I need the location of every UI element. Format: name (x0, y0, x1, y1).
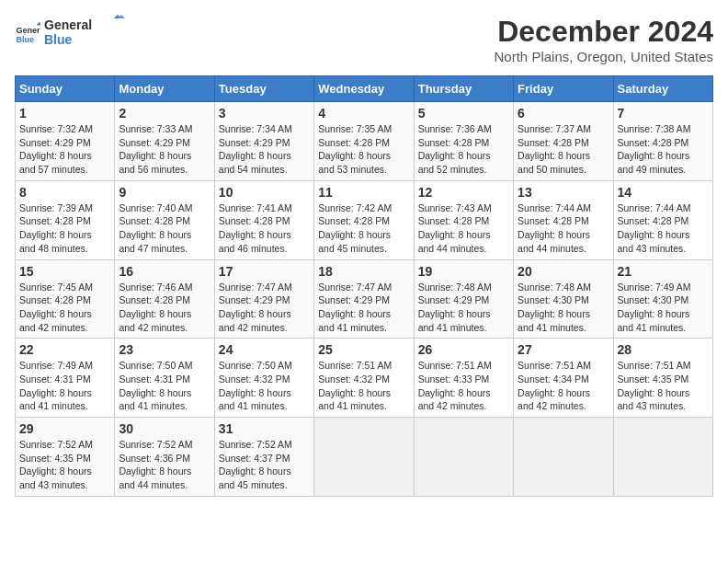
calendar-cell: 21Sunrise: 7:49 AMSunset: 4:30 PMDayligh… (613, 259, 712, 339)
col-header-sunday: Sunday (16, 76, 115, 102)
calendar-cell (613, 418, 712, 497)
day-number: 31 (219, 421, 310, 436)
calendar-cell (514, 418, 613, 497)
svg-text:Blue: Blue (16, 35, 34, 44)
header-row: SundayMondayTuesdayWednesdayThursdayFrid… (16, 76, 713, 102)
calendar-cell: 10Sunrise: 7:41 AMSunset: 4:28 PMDayligh… (214, 180, 313, 259)
calendar-cell: 9Sunrise: 7:40 AMSunset: 4:28 PMDaylight… (115, 180, 214, 259)
day-info: Sunrise: 7:51 AMSunset: 4:33 PMDaylight:… (418, 359, 509, 413)
calendar-cell: 8Sunrise: 7:39 AMSunset: 4:28 PMDaylight… (16, 180, 115, 259)
col-header-thursday: Thursday (414, 76, 513, 102)
day-number: 5 (418, 106, 509, 121)
day-info: Sunrise: 7:50 AMSunset: 4:31 PMDaylight:… (119, 359, 210, 413)
day-number: 19 (418, 264, 509, 279)
title-area: December 2024 North Plains, Oregon, Unit… (495, 15, 713, 64)
calendar-cell: 28Sunrise: 7:51 AMSunset: 4:35 PMDayligh… (613, 339, 712, 418)
day-number: 8 (19, 185, 110, 200)
day-info: Sunrise: 7:52 AMSunset: 4:36 PMDaylight:… (119, 438, 210, 492)
calendar-cell: 29Sunrise: 7:52 AMSunset: 4:35 PMDayligh… (16, 418, 115, 497)
day-info: Sunrise: 7:47 AMSunset: 4:29 PMDaylight:… (219, 281, 310, 335)
calendar-cell: 2Sunrise: 7:33 AMSunset: 4:29 PMDaylight… (115, 102, 214, 181)
col-header-tuesday: Tuesday (214, 76, 313, 102)
day-info: Sunrise: 7:51 AMSunset: 4:32 PMDaylight:… (318, 359, 409, 413)
col-header-wednesday: Wednesday (314, 76, 414, 102)
calendar-cell: 11Sunrise: 7:42 AMSunset: 4:28 PMDayligh… (314, 180, 414, 259)
calendar-cell: 31Sunrise: 7:52 AMSunset: 4:37 PMDayligh… (214, 418, 313, 497)
calendar-cell: 16Sunrise: 7:46 AMSunset: 4:28 PMDayligh… (115, 259, 214, 339)
svg-text:Blue: Blue (44, 32, 73, 47)
calendar-week-4: 22Sunrise: 7:49 AMSunset: 4:31 PMDayligh… (16, 339, 713, 418)
day-info: Sunrise: 7:49 AMSunset: 4:31 PMDaylight:… (19, 359, 110, 413)
day-number: 2 (119, 106, 210, 121)
day-number: 6 (518, 106, 609, 121)
calendar-cell: 25Sunrise: 7:51 AMSunset: 4:32 PMDayligh… (314, 339, 414, 418)
day-number: 16 (119, 264, 210, 279)
day-info: Sunrise: 7:49 AMSunset: 4:30 PMDaylight:… (618, 281, 709, 335)
day-number: 29 (19, 421, 110, 436)
calendar-cell (314, 418, 414, 497)
day-info: Sunrise: 7:45 AMSunset: 4:28 PMDaylight:… (19, 281, 110, 335)
calendar-cell: 18Sunrise: 7:47 AMSunset: 4:29 PMDayligh… (314, 259, 414, 339)
day-info: Sunrise: 7:38 AMSunset: 4:28 PMDaylight:… (618, 122, 709, 177)
day-info: Sunrise: 7:41 AMSunset: 4:28 PMDaylight:… (219, 201, 310, 256)
day-number: 17 (219, 264, 310, 279)
calendar-cell: 17Sunrise: 7:47 AMSunset: 4:29 PMDayligh… (214, 259, 313, 339)
calendar-week-5: 29Sunrise: 7:52 AMSunset: 4:35 PMDayligh… (16, 418, 713, 497)
svg-text:General: General (16, 26, 40, 35)
day-info: Sunrise: 7:33 AMSunset: 4:29 PMDaylight:… (119, 122, 210, 177)
calendar-cell: 22Sunrise: 7:49 AMSunset: 4:31 PMDayligh… (16, 339, 115, 418)
calendar-table: SundayMondayTuesdayWednesdayThursdayFrid… (15, 75, 713, 497)
calendar-cell: 1Sunrise: 7:32 AMSunset: 4:29 PMDaylight… (16, 102, 115, 181)
calendar-cell: 26Sunrise: 7:51 AMSunset: 4:33 PMDayligh… (414, 339, 513, 418)
calendar-cell: 20Sunrise: 7:48 AMSunset: 4:30 PMDayligh… (514, 259, 613, 339)
logo-icon: General Blue (15, 20, 40, 46)
calendar-cell (414, 418, 513, 497)
calendar-cell: 7Sunrise: 7:38 AMSunset: 4:28 PMDaylight… (613, 102, 712, 181)
day-info: Sunrise: 7:52 AMSunset: 4:35 PMDaylight:… (19, 438, 110, 492)
day-info: Sunrise: 7:44 AMSunset: 4:28 PMDaylight:… (618, 201, 709, 256)
calendar-cell: 4Sunrise: 7:35 AMSunset: 4:28 PMDaylight… (314, 102, 414, 181)
day-info: Sunrise: 7:52 AMSunset: 4:37 PMDaylight:… (219, 438, 310, 492)
col-header-saturday: Saturday (613, 76, 712, 102)
day-number: 20 (518, 264, 609, 279)
calendar-cell: 12Sunrise: 7:43 AMSunset: 4:28 PMDayligh… (414, 180, 513, 259)
day-info: Sunrise: 7:39 AMSunset: 4:28 PMDaylight:… (19, 201, 110, 256)
calendar-week-3: 15Sunrise: 7:45 AMSunset: 4:28 PMDayligh… (16, 259, 713, 339)
day-number: 13 (518, 185, 609, 200)
day-number: 10 (219, 185, 310, 200)
day-number: 11 (318, 185, 409, 200)
logo: General Blue General Blue (15, 15, 127, 52)
day-info: Sunrise: 7:43 AMSunset: 4:28 PMDaylight:… (418, 201, 509, 256)
day-info: Sunrise: 7:47 AMSunset: 4:29 PMDaylight:… (318, 281, 409, 335)
day-info: Sunrise: 7:46 AMSunset: 4:28 PMDaylight:… (119, 281, 210, 335)
day-info: Sunrise: 7:37 AMSunset: 4:28 PMDaylight:… (518, 122, 609, 177)
calendar-cell: 15Sunrise: 7:45 AMSunset: 4:28 PMDayligh… (16, 259, 115, 339)
day-info: Sunrise: 7:51 AMSunset: 4:35 PMDaylight:… (618, 359, 709, 413)
calendar-cell: 27Sunrise: 7:51 AMSunset: 4:34 PMDayligh… (514, 339, 613, 418)
col-header-monday: Monday (115, 76, 214, 102)
day-number: 25 (318, 342, 409, 357)
calendar-cell: 23Sunrise: 7:50 AMSunset: 4:31 PMDayligh… (115, 339, 214, 418)
day-info: Sunrise: 7:50 AMSunset: 4:32 PMDaylight:… (219, 359, 310, 413)
day-number: 27 (518, 342, 609, 357)
col-header-friday: Friday (514, 76, 613, 102)
day-number: 3 (219, 106, 310, 121)
day-number: 28 (618, 342, 709, 357)
day-info: Sunrise: 7:36 AMSunset: 4:28 PMDaylight:… (418, 122, 509, 177)
day-number: 4 (318, 106, 409, 121)
calendar-cell: 19Sunrise: 7:48 AMSunset: 4:29 PMDayligh… (414, 259, 513, 339)
logo-svg: General Blue (44, 15, 127, 48)
day-info: Sunrise: 7:48 AMSunset: 4:29 PMDaylight:… (418, 281, 509, 335)
day-info: Sunrise: 7:32 AMSunset: 4:29 PMDaylight:… (19, 122, 110, 177)
calendar-cell: 14Sunrise: 7:44 AMSunset: 4:28 PMDayligh… (613, 180, 712, 259)
calendar-week-1: 1Sunrise: 7:32 AMSunset: 4:29 PMDaylight… (16, 102, 713, 181)
day-number: 26 (418, 342, 509, 357)
day-info: Sunrise: 7:35 AMSunset: 4:28 PMDaylight:… (318, 122, 409, 177)
day-info: Sunrise: 7:42 AMSunset: 4:28 PMDaylight:… (318, 201, 409, 256)
calendar-week-2: 8Sunrise: 7:39 AMSunset: 4:28 PMDaylight… (16, 180, 713, 259)
page-header: General Blue General Blue December 2024 … (15, 15, 713, 64)
day-info: Sunrise: 7:48 AMSunset: 4:30 PMDaylight:… (518, 281, 609, 335)
day-number: 21 (618, 264, 709, 279)
day-number: 9 (119, 185, 210, 200)
day-number: 22 (19, 342, 110, 357)
